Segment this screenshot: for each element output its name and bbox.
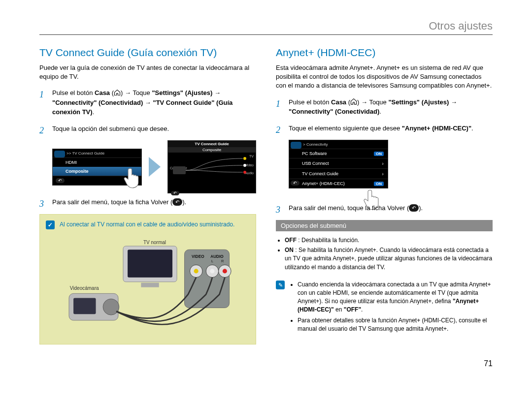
list-item-usb-connect: USB Connect› xyxy=(289,158,388,168)
audio-label: AUDIO xyxy=(210,254,224,259)
list-item-hdmi: HDMI xyxy=(53,157,141,167)
svg-point-16 xyxy=(223,269,227,273)
svg-point-9 xyxy=(103,299,119,315)
svg-rect-6 xyxy=(141,282,159,287)
touch-hand-icon xyxy=(123,167,144,189)
list-item-anynet: Anynet+ (HDMI-CEC) xyxy=(302,181,345,186)
on-badge: ON xyxy=(374,182,384,186)
page-section-title: Otros ajustes xyxy=(39,20,493,32)
settings-icon xyxy=(291,142,301,149)
divider xyxy=(39,34,493,35)
screen-connectivity: > Connectivity PC SoftwareON USB Connect… xyxy=(289,140,388,188)
info-block: ✎ Cuando encienda la videocámara conecta… xyxy=(276,281,493,336)
back-icon: ↶ xyxy=(171,191,179,195)
svg-point-12 xyxy=(194,269,199,273)
left-intro: Puede ver la guía de conexión de TV ante… xyxy=(39,63,256,81)
note-box: ✓ Al conectar al TV normal con el cable … xyxy=(39,214,256,344)
svg-point-1 xyxy=(243,164,246,167)
left-heading: TV Connect Guide (Guía conexión TV) xyxy=(39,47,256,59)
svg-rect-3 xyxy=(173,166,186,174)
left-step-2: Toque la opción del submenú que desee. xyxy=(39,124,256,134)
svg-rect-5 xyxy=(128,250,172,277)
right-intro: Esta videocámara admite Anynet+. Anynet+… xyxy=(276,63,493,91)
chevron-right-icon: › xyxy=(382,160,384,166)
audio-r-label: R xyxy=(221,259,224,263)
note-text: Al conectar al TV normal con el cable de… xyxy=(60,220,234,229)
audio-l-label: L xyxy=(211,259,213,263)
home-icon xyxy=(114,89,121,94)
left-step-1: Pulse el botón Casa () → Toque "Settings… xyxy=(39,88,256,117)
submenu-options-head: Opciones del submenú xyxy=(276,220,493,231)
svg-point-0 xyxy=(243,157,246,160)
tv-label: TV normal xyxy=(143,240,166,245)
back-icon: ↶ xyxy=(172,198,182,206)
chevron-right-icon: › xyxy=(382,171,384,177)
right-heading: Anynet+ (HDMI-CEC) xyxy=(276,47,493,59)
right-screen-wrap: > Connectivity PC SoftwareON USB Connect… xyxy=(289,140,493,188)
note-icon: ✓ xyxy=(46,220,55,229)
tv-icon xyxy=(54,151,65,157)
right-step-3: Para salir del menú, toque la ficha Volv… xyxy=(276,203,493,213)
option-on: ON : Se habilita la función Anynet+. Cua… xyxy=(285,246,493,272)
page-number: 71 xyxy=(39,359,493,368)
screen-composite-diagram: TV Connect Guide Composite Camcorder TV … xyxy=(167,140,256,193)
connection-illustration: TV normal Videocámara VIDEO AUDIO L xyxy=(46,236,250,335)
arrow-right-icon xyxy=(149,157,161,177)
cam-label: Videocámara xyxy=(70,285,99,291)
right-column: Anynet+ (HDMI-CEC) Esta videocámara admi… xyxy=(276,47,493,344)
left-step-3: Para salir del menú, toque la ficha Volv… xyxy=(39,197,256,207)
back-icon: ↶ xyxy=(291,181,299,186)
back-icon: ↶ xyxy=(409,204,419,212)
info-item-2: Para obtener detalles sobre la función A… xyxy=(298,316,493,333)
back-icon: ↶ xyxy=(56,178,65,183)
info-item-1: Cuando encienda la videocámara conectada… xyxy=(298,281,493,313)
video-label: VIDEO xyxy=(192,254,204,259)
screen-tv-connect-list: >> TV Connect Guide HDMI Composite ↶ xyxy=(52,149,142,186)
home-icon xyxy=(350,98,357,104)
info-icon: ✎ xyxy=(276,281,285,289)
svg-point-14 xyxy=(210,269,214,273)
svg-point-2 xyxy=(243,171,246,174)
svg-rect-8 xyxy=(73,298,96,314)
right-step-2: Toque el elemento siguiente que desee "A… xyxy=(276,124,493,133)
list-item-tv-connect-guide: TV Connect Guide› xyxy=(289,168,388,179)
option-off: OFF : Deshabilita la función. xyxy=(285,236,493,245)
list-item-pc-software: PC SoftwareON xyxy=(289,149,388,158)
left-column: TV Connect Guide (Guía conexión TV) Pued… xyxy=(39,47,256,344)
on-badge: ON xyxy=(374,152,384,156)
left-screens: >> TV Connect Guide HDMI Composite ↶ TV … xyxy=(52,140,256,193)
submenu-options-list: OFF : Deshabilita la función. ON : Se ha… xyxy=(285,236,493,272)
right-step-1: Pulse el botón Casa () → Toque "Settings… xyxy=(276,97,493,117)
